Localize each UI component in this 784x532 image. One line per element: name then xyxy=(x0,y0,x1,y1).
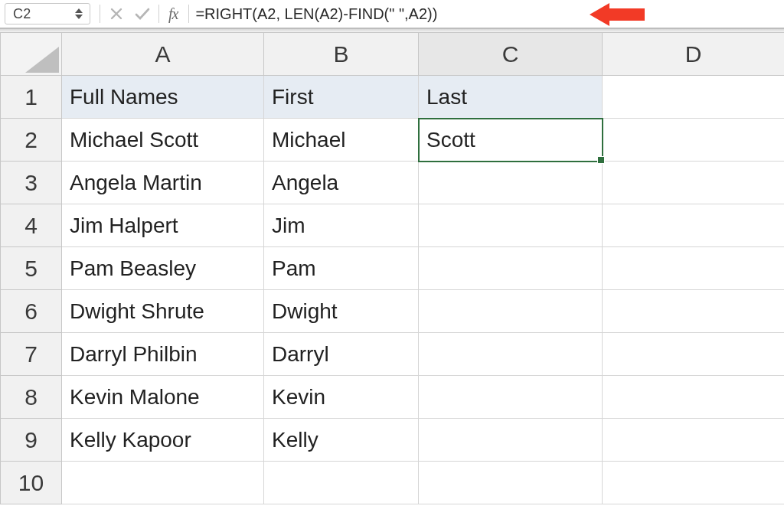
table-row: 6 Dwight Shrute Dwight xyxy=(1,290,785,333)
row-header-3[interactable]: 3 xyxy=(1,162,62,204)
cell-C5[interactable] xyxy=(419,247,603,290)
cell-C7[interactable] xyxy=(419,333,603,376)
cell-B3[interactable]: Angela xyxy=(264,162,419,204)
cell-D1[interactable] xyxy=(603,76,785,119)
cell-A9[interactable]: Kelly Kapoor xyxy=(62,419,264,462)
cell-B1[interactable]: First xyxy=(264,76,419,119)
row-header-9[interactable]: 9 xyxy=(1,419,62,462)
cell-D9[interactable] xyxy=(603,419,785,462)
column-header-B[interactable]: B xyxy=(264,33,419,76)
cell-A3[interactable]: Angela Martin xyxy=(62,162,264,204)
formula-bar: C2 fx xyxy=(0,0,784,29)
column-header-row: A B C D xyxy=(1,33,785,76)
cell-C4[interactable] xyxy=(419,204,603,247)
cell-D7[interactable] xyxy=(603,333,785,376)
spreadsheet-grid[interactable]: A B C D 1 Full Names First Last 2 Michae… xyxy=(0,32,784,504)
column-header-A[interactable]: A xyxy=(62,33,264,76)
cell-C1[interactable]: Last xyxy=(419,76,603,119)
row-header-2[interactable]: 2 xyxy=(1,119,62,162)
column-header-D[interactable]: D xyxy=(603,33,785,76)
cell-D6[interactable] xyxy=(603,290,785,333)
cell-C9[interactable] xyxy=(419,419,603,462)
fx-icon[interactable]: fx xyxy=(168,5,178,23)
cell-B4[interactable]: Jim xyxy=(264,204,419,247)
cell-B8[interactable]: Kevin xyxy=(264,376,419,419)
cell-B7[interactable]: Darryl xyxy=(264,333,419,376)
cell-A10[interactable] xyxy=(62,462,264,504)
row-header-10[interactable]: 10 xyxy=(1,462,62,504)
cell-C2[interactable]: Scott xyxy=(419,119,603,162)
cell-C8[interactable] xyxy=(419,376,603,419)
svg-marker-1 xyxy=(75,15,83,19)
table-row: 1 Full Names First Last xyxy=(1,76,785,119)
cell-B10[interactable] xyxy=(264,462,419,504)
name-box[interactable]: C2 xyxy=(5,3,90,24)
row-header-5[interactable]: 5 xyxy=(1,247,62,290)
row-header-6[interactable]: 6 xyxy=(1,290,62,333)
svg-marker-2 xyxy=(590,3,645,26)
cell-A6[interactable]: Dwight Shrute xyxy=(62,290,264,333)
table-row: 4 Jim Halpert Jim xyxy=(1,204,785,247)
svg-marker-0 xyxy=(75,8,83,13)
table-row: 9 Kelly Kapoor Kelly xyxy=(1,419,785,462)
row-header-7[interactable]: 7 xyxy=(1,333,62,376)
cell-A1[interactable]: Full Names xyxy=(62,76,264,119)
cell-D4[interactable] xyxy=(603,204,785,247)
cancel-formula-button[interactable] xyxy=(103,7,129,21)
name-box-dropdown-icon[interactable] xyxy=(74,8,83,20)
cell-D2[interactable] xyxy=(603,119,785,162)
table-row: 8 Kevin Malone Kevin xyxy=(1,376,785,419)
formula-input[interactable] xyxy=(192,4,779,24)
table-row: 2 Michael Scott Michael Scott xyxy=(1,119,785,162)
separator xyxy=(100,5,100,23)
cell-A2[interactable]: Michael Scott xyxy=(62,119,264,162)
name-box-value: C2 xyxy=(13,6,31,22)
cell-D5[interactable] xyxy=(603,247,785,290)
row-header-8[interactable]: 8 xyxy=(1,376,62,419)
row-header-1[interactable]: 1 xyxy=(1,76,62,119)
table-row: 3 Angela Martin Angela xyxy=(1,162,785,204)
cell-B2[interactable]: Michael xyxy=(264,119,419,162)
cell-B5[interactable]: Pam xyxy=(264,247,419,290)
cell-B9[interactable]: Kelly xyxy=(264,419,419,462)
cell-C3[interactable] xyxy=(419,162,603,204)
callout-arrow-icon xyxy=(590,2,645,28)
separator xyxy=(158,5,159,23)
select-all-corner[interactable] xyxy=(1,33,62,76)
cell-C6[interactable] xyxy=(419,290,603,333)
cell-A4[interactable]: Jim Halpert xyxy=(62,204,264,247)
cell-C10[interactable] xyxy=(419,462,603,504)
column-header-C[interactable]: C xyxy=(419,33,603,76)
table-row: 5 Pam Beasley Pam xyxy=(1,247,785,290)
cell-A8[interactable]: Kevin Malone xyxy=(62,376,264,419)
separator xyxy=(188,5,189,23)
row-header-4[interactable]: 4 xyxy=(1,204,62,247)
accept-formula-button[interactable] xyxy=(129,7,155,21)
cell-A7[interactable]: Darryl Philbin xyxy=(62,333,264,376)
cell-D3[interactable] xyxy=(603,162,785,204)
cell-D8[interactable] xyxy=(603,376,785,419)
cell-B6[interactable]: Dwight xyxy=(264,290,419,333)
cell-A5[interactable]: Pam Beasley xyxy=(62,247,264,290)
table-row: 7 Darryl Philbin Darryl xyxy=(1,333,785,376)
table-row: 10 xyxy=(1,462,785,504)
cell-D10[interactable] xyxy=(603,462,785,504)
